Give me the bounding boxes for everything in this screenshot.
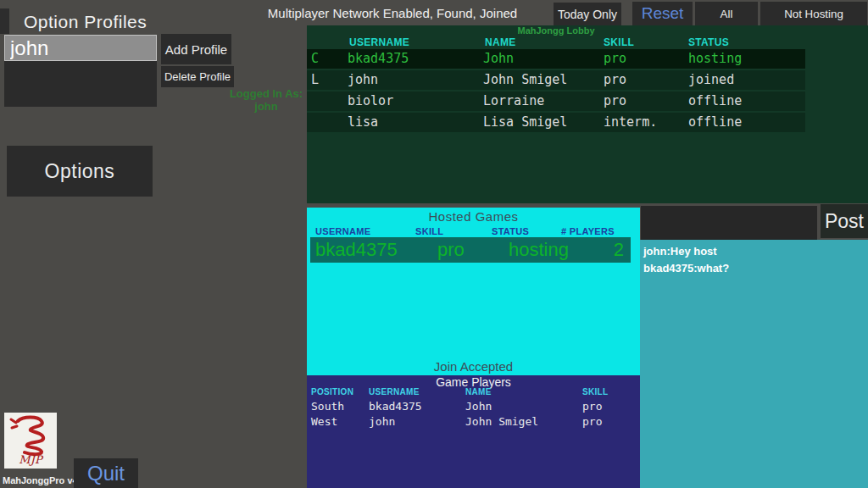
option-profiles-title: Option Profiles [24, 12, 210, 32]
all-filter-button[interactable]: All [695, 2, 758, 25]
lobby-header-username: USERNAME [349, 36, 409, 48]
lobby-row-username: bkad4375 [348, 49, 409, 69]
chat-message: bkad4375:what? [643, 260, 865, 277]
lobby-player-row[interactable]: L john John Smigel pro joined [307, 70, 805, 90]
game-player-row: South bkad4375 John pro [307, 399, 640, 414]
corner-notch [0, 8, 9, 34]
profile-listbox[interactable] [4, 61, 157, 107]
lobby-row-status: offline [688, 113, 742, 132]
logo-text: MJP [19, 453, 44, 466]
lobby-row-skill: pro [604, 92, 626, 111]
lobby-row-skill: pro [604, 49, 626, 69]
player-row-position: West [311, 414, 337, 430]
hosted-games-list: bkad4375 pro hosting 2 [310, 237, 631, 264]
player-row-name: John Smigel [465, 414, 538, 430]
reset-button[interactable]: Reset [632, 2, 693, 25]
chat-log: john:Hey host bkad4375:what? [640, 240, 868, 488]
hosted-row-skill: pro [437, 239, 509, 261]
game-players-panel: Game Players POSITION USERNAME NAME SKIL… [307, 375, 640, 488]
hosted-row-status: hosting [509, 239, 609, 261]
today-only-button[interactable]: Today Only [554, 3, 621, 25]
game-players-list: South bkad4375 John pro West john John S… [307, 399, 640, 430]
player-row-skill: pro [582, 414, 602, 430]
lobby-row-name: Lorraine [483, 92, 544, 111]
lobby-row-flag: L [311, 70, 319, 90]
player-row-username: bkad4375 [369, 399, 422, 414]
lobby-row-username: biolor [348, 92, 393, 111]
mahjongg-lobby-panel: MahJongg Lobby USERNAME NAME SKILL STATU… [307, 25, 868, 203]
lobby-header-name: NAME [485, 36, 516, 48]
app-window: Option Profiles Add Profile Delete Profi… [0, 0, 868, 488]
add-profile-button[interactable]: Add Profile [161, 34, 231, 64]
lobby-row-skill: pro [604, 70, 626, 90]
logged-in-user: john [222, 100, 310, 113]
lobby-row-name: Lisa Smigel [483, 113, 567, 132]
lobby-header-status: STATUS [688, 36, 729, 48]
lobby-row-flag: C [311, 49, 319, 69]
logged-in-label: Logged In As: [222, 87, 310, 100]
lobby-row-status: offline [688, 92, 742, 111]
hosted-header-skill: SKILL [415, 226, 443, 236]
lobby-player-row[interactable]: biolor Lorraine pro offline [307, 92, 805, 111]
logged-in-status: Logged In As: john [222, 87, 310, 113]
app-logo: MJP [4, 413, 57, 469]
lobby-player-row[interactable]: lisa Lisa Smigel interm. offline [307, 113, 805, 132]
not-hosting-filter-button[interactable]: Not Hosting [760, 2, 867, 25]
hosted-header-players: # PLAYERS [561, 226, 615, 236]
lobby-row-status: hosting [688, 49, 742, 69]
hosted-games-panel: Hosted Games USERNAME SKILL STATUS # PLA… [307, 208, 640, 375]
lobby-row-name: John Smigel [483, 70, 567, 90]
players-header-position: POSITION [311, 387, 353, 396]
player-row-position: South [311, 399, 344, 414]
players-header-name: NAME [465, 387, 492, 396]
player-row-skill: pro [582, 399, 602, 414]
chat-message: john:Hey host [643, 243, 865, 260]
delete-profile-button[interactable]: Delete Profile [161, 66, 234, 87]
game-player-row: West john John Smigel pro [307, 414, 640, 430]
quit-button[interactable]: Quit [74, 458, 138, 488]
lobby-row-skill: interm. [604, 113, 657, 132]
hosted-games-title: Hosted Games [307, 209, 640, 224]
hosted-game-row[interactable]: bkad4375 pro hosting 2 [310, 237, 631, 263]
players-header-skill: SKILL [582, 387, 608, 396]
hosted-header-username: USERNAME [315, 226, 370, 236]
lobby-row-username: lisa [348, 113, 378, 132]
dragon-icon: MJP [6, 414, 55, 467]
hosted-row-username: bkad4375 [310, 239, 437, 261]
options-button[interactable]: Options [7, 146, 153, 197]
player-row-username: john [369, 414, 395, 430]
lobby-player-row[interactable]: C bkad4375 John pro hosting [307, 49, 805, 69]
lobby-header-skill: SKILL [604, 36, 634, 48]
lobby-title: MahJongg Lobby [307, 25, 805, 36]
lobby-player-list: C bkad4375 John pro hosting L john John … [307, 49, 805, 134]
post-button[interactable]: Post [821, 204, 868, 238]
network-status-text: Multiplayer Network Enabled, Found, Join… [212, 6, 573, 20]
join-accepted-status: Join Accepted [307, 359, 640, 374]
chat-message-input[interactable] [641, 206, 817, 240]
lobby-row-name: John [483, 49, 514, 69]
hosted-header-status: STATUS [492, 226, 529, 236]
profile-name-input[interactable] [4, 35, 157, 61]
players-header-username: USERNAME [369, 387, 420, 396]
player-row-name: John [465, 399, 492, 414]
lobby-row-username: john [348, 70, 378, 90]
hosted-row-player-count: 2 [609, 239, 631, 261]
lobby-row-status: joined [688, 70, 734, 90]
